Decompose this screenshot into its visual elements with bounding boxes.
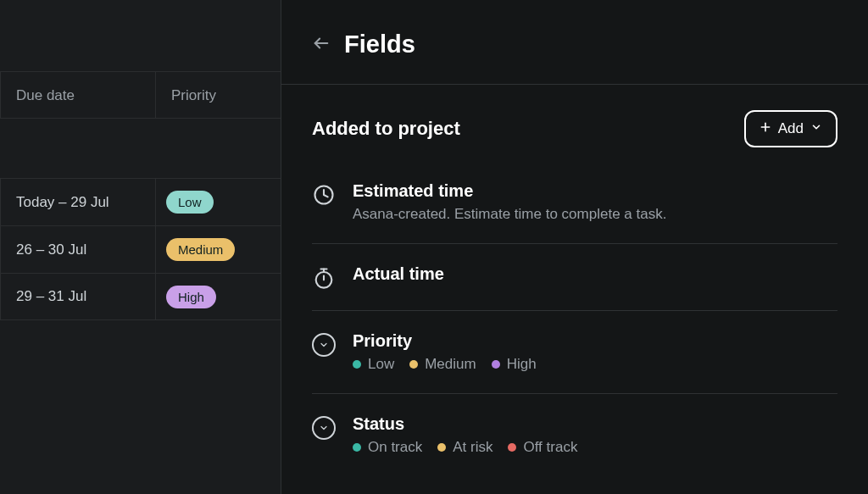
table-row[interactable]: 29 – 31 Jul High <box>0 273 281 320</box>
field-item-estimated-time[interactable]: Estimated time Asana-created. Estimate t… <box>312 161 837 244</box>
field-options: On track At risk Off track <box>353 439 837 456</box>
panel-title: Fields <box>344 31 415 58</box>
background-table: Due date Priority Today – 29 Jul Low 26 … <box>0 0 281 494</box>
table-row[interactable]: Today – 29 Jul Low <box>0 178 281 225</box>
field-item-priority[interactable]: Priority Low Medium High <box>312 311 837 394</box>
chevron-circle-icon <box>312 333 336 357</box>
field-title: Status <box>353 414 837 434</box>
field-list: Estimated time Asana-created. Estimate t… <box>281 161 868 476</box>
fields-panel: Fields Added to project Add Estimated ti… <box>281 0 868 494</box>
option-on-track: On track <box>353 439 422 456</box>
priority-cell[interactable]: Low <box>156 179 280 225</box>
panel-header: Fields <box>281 0 868 85</box>
table-header-row: Due date Priority <box>0 71 281 119</box>
field-item-status[interactable]: Status On track At risk Off track <box>312 394 837 476</box>
priority-pill-high: High <box>166 286 216 308</box>
column-header-due-date[interactable]: Due date <box>0 72 156 118</box>
back-arrow-icon[interactable] <box>312 34 331 56</box>
color-dot <box>353 443 361 452</box>
field-title: Actual time <box>353 264 837 284</box>
due-date-cell[interactable]: 26 – 30 Jul <box>0 226 156 273</box>
option-at-risk: At risk <box>437 439 492 456</box>
color-dot <box>353 360 361 369</box>
option-high: High <box>492 356 537 373</box>
chevron-down-icon <box>810 120 822 137</box>
priority-pill-low: Low <box>166 191 214 214</box>
stopwatch-icon <box>312 266 336 290</box>
section-title: Added to project <box>312 118 460 140</box>
priority-pill-medium: Medium <box>166 238 235 261</box>
color-dot <box>492 360 500 369</box>
color-dot <box>508 443 516 452</box>
option-medium: Medium <box>409 356 476 373</box>
priority-cell[interactable]: High <box>156 274 280 319</box>
option-off-track: Off track <box>508 439 577 456</box>
table-body: Today – 29 Jul Low 26 – 30 Jul Medium 29… <box>0 178 281 320</box>
add-field-button[interactable]: Add <box>744 110 837 147</box>
color-dot <box>409 360 418 369</box>
field-title: Estimated time <box>353 181 837 201</box>
color-dot <box>437 443 446 452</box>
field-title: Priority <box>353 331 837 351</box>
priority-cell[interactable]: Medium <box>156 226 280 273</box>
plus-icon <box>760 120 771 137</box>
field-item-actual-time[interactable]: Actual time <box>312 244 837 311</box>
due-date-cell[interactable]: Today – 29 Jul <box>0 179 156 225</box>
section-header: Added to project Add <box>281 85 868 161</box>
option-low: Low <box>353 356 394 373</box>
field-options: Low Medium High <box>353 356 837 373</box>
add-button-label: Add <box>778 120 804 137</box>
clock-icon <box>312 183 336 207</box>
field-description: Asana-created. Estimate time to complete… <box>353 206 837 223</box>
chevron-circle-icon <box>312 416 336 440</box>
column-header-priority[interactable]: Priority <box>156 72 280 118</box>
table-row[interactable]: 26 – 30 Jul Medium <box>0 225 281 273</box>
due-date-cell[interactable]: 29 – 31 Jul <box>0 274 156 319</box>
